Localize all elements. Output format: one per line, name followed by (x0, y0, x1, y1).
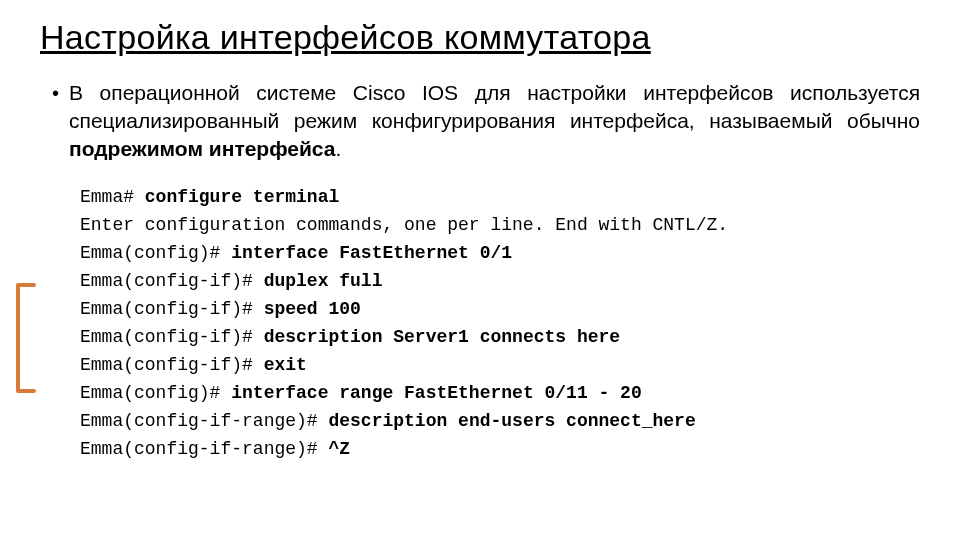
para-lead: В операционной системе Cisco IOS для нас… (69, 81, 920, 132)
prompt: Emma(config-if)# (80, 355, 264, 375)
prompt: Emma(config-if-range)# (80, 411, 328, 431)
terminal-line: Emma(config)# interface range FastEthern… (80, 379, 920, 407)
prompt: Emma(config-if)# (80, 327, 264, 347)
para-bold: подрежимом интерфейса (69, 137, 335, 160)
prompt: Emma(config-if)# (80, 271, 264, 291)
terminal-line: Emma(config)# interface FastEthernet 0/1 (80, 239, 920, 267)
body-paragraph: • В операционной системе Cisco IOS для н… (52, 79, 920, 163)
command: exit (264, 355, 307, 375)
terminal-line: Enter configuration commands, one per li… (80, 211, 920, 239)
terminal-line: Emma(config-if)# exit (80, 351, 920, 379)
prompt: Emma(config-if)# (80, 299, 264, 319)
terminal-line: Emma# configure terminal (80, 183, 920, 211)
command: description end-users connect_here (328, 411, 695, 431)
para-tail: . (335, 137, 341, 160)
command: speed 100 (264, 299, 361, 319)
terminal-line: Emma(config-if-range)# ^Z (80, 435, 920, 463)
prompt: Emma(config)# (80, 243, 231, 263)
command: ^Z (328, 439, 350, 459)
highlight-bracket-icon (12, 283, 40, 393)
terminal-line: Emma(config-if)# description Server1 con… (80, 323, 920, 351)
terminal-line: Emma(config-if)# duplex full (80, 267, 920, 295)
prompt: Emma# (80, 187, 145, 207)
command: interface range FastEthernet 0/11 - 20 (231, 383, 641, 403)
command: description Server1 connects here (264, 327, 620, 347)
terminal-line: Emma(config-if)# speed 100 (80, 295, 920, 323)
output: Enter configuration commands, one per li… (80, 215, 728, 235)
command: duplex full (264, 271, 383, 291)
paragraph-text: В операционной системе Cisco IOS для нас… (69, 79, 920, 163)
prompt: Emma(config-if-range)# (80, 439, 328, 459)
command: interface FastEthernet 0/1 (231, 243, 512, 263)
prompt: Emma(config)# (80, 383, 231, 403)
bullet-dot: • (52, 79, 59, 107)
terminal-block: Emma# configure terminal Enter configura… (80, 183, 920, 463)
terminal-line: Emma(config-if-range)# description end-u… (80, 407, 920, 435)
command: configure terminal (145, 187, 339, 207)
slide-title: Настройка интерфейсов коммутатора (40, 18, 920, 57)
